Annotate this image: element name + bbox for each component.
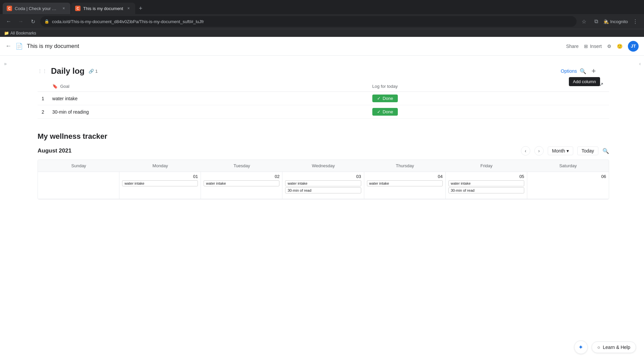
main-layout: » ⋮⋮ Daily log 🔗 1 Options 🔍 + Add colum…	[0, 56, 644, 362]
cell-tag: water intake	[448, 180, 524, 186]
calendar-cell[interactable]: 03water intake30-min of read	[282, 172, 364, 199]
insert-button[interactable]: ⊞ Insert	[584, 44, 602, 49]
calendar-day-label: Wednesday	[282, 160, 364, 172]
forward-button[interactable]: →	[16, 17, 25, 26]
calendar-next-button[interactable]: ›	[534, 146, 544, 156]
add-column-area: + Add column ↗	[589, 66, 609, 76]
content-area: ⋮⋮ Daily log 🔗 1 Options 🔍 + Add column …	[11, 56, 636, 362]
table-search-button[interactable]: 🔍	[580, 68, 586, 74]
insert-label: Insert	[590, 44, 602, 49]
link-icon: 🔗	[89, 69, 94, 74]
right-panel-toggle-button[interactable]: ‹	[636, 56, 644, 362]
cell-tag: water intake	[285, 180, 361, 186]
daily-log-title: Daily log	[51, 66, 85, 76]
calendar-cell[interactable]: 06	[527, 172, 609, 199]
bookmark-star-icon[interactable]: ☆	[579, 17, 589, 26]
calendar-cell[interactable]: 02water intake	[201, 172, 282, 199]
link-badge[interactable]: 🔗 1	[89, 69, 98, 74]
link-count: 1	[95, 69, 98, 74]
calendar-today-button[interactable]: Today	[577, 146, 598, 155]
section-actions: Options 🔍 + Add column ↗	[561, 66, 609, 76]
tab2-close-icon[interactable]: ×	[126, 6, 131, 11]
goal-column-header: 🔖 Goal	[48, 81, 368, 92]
nav-bar: ← → ↻ 🔒 coda.io/d/This-is-my-document_d8…	[0, 14, 644, 29]
table-row: 1 water intake ✓ Done	[38, 92, 609, 105]
learn-help-button[interactable]: ○ Learn & Help	[592, 342, 636, 353]
doc-file-icon: 📄	[15, 43, 23, 50]
calendar-month-label: August 2021	[38, 147, 517, 154]
app-back-button[interactable]: ←	[5, 43, 11, 50]
new-tab-button[interactable]: +	[136, 4, 145, 13]
calendar-cell[interactable]: 04water intake	[364, 172, 446, 199]
done-badge[interactable]: ✓ Done	[372, 108, 398, 116]
calendar-grid: SundayMondayTuesdayWednesdayThursdayFrid…	[38, 160, 609, 199]
goal-cell: 30-min of reading	[48, 105, 368, 119]
tab-1[interactable]: C Coda | Check your email to fi... ×	[3, 3, 70, 14]
sidebar-toggle-button[interactable]: »	[0, 56, 11, 362]
emoji-button[interactable]: 🙂	[617, 44, 623, 49]
checkmark-icon: ✓	[377, 96, 381, 101]
cell-date: 05	[448, 174, 524, 179]
lock-icon: 🔒	[44, 19, 49, 24]
menu-icon[interactable]: ⋮	[631, 17, 640, 26]
cell-date: 01	[122, 174, 198, 179]
log-cell[interactable]: ✓ Done	[368, 92, 609, 105]
user-avatar[interactable]: JT	[628, 41, 639, 52]
calendar-view-dropdown[interactable]: Month ▾	[548, 146, 573, 155]
incognito-icon: 🕵	[603, 19, 609, 24]
add-column-tooltip: Add column	[569, 77, 600, 86]
chevron-down-icon: ▾	[567, 148, 569, 154]
options-button[interactable]: Options	[561, 68, 577, 74]
cell-date: 04	[367, 174, 443, 179]
done-badge[interactable]: ✓ Done	[372, 95, 398, 102]
share-button[interactable]: Share	[566, 44, 579, 49]
wellness-tracker-section: My wellness tracker August 2021 ‹ › Mont…	[38, 132, 609, 199]
calendar-days-header: SundayMondayTuesdayWednesdayThursdayFrid…	[38, 160, 609, 172]
tab1-favicon: C	[7, 6, 12, 11]
log-cell[interactable]: ✓ Done	[368, 105, 609, 119]
calendar-day-label: Tuesday	[201, 160, 282, 172]
calendar-prev-button[interactable]: ‹	[521, 146, 530, 156]
calendar-row-1: 01water intake02water intake03water inta…	[38, 172, 609, 199]
daily-log-header: ⋮⋮ Daily log 🔗 1 Options 🔍 + Add column …	[38, 66, 609, 76]
insert-icon: ⊞	[584, 44, 588, 49]
incognito-label: Incognito	[610, 19, 628, 24]
address-bar[interactable]: 🔒 coda.io/d/This-is-my-document_d84lv0Zi…	[40, 16, 577, 27]
calendar-search-button[interactable]: 🔍	[602, 148, 609, 154]
ai-assistant-button[interactable]: ✦	[574, 341, 588, 354]
drag-handle-icon[interactable]: ⋮⋮	[38, 68, 47, 74]
calendar-cell[interactable]: 05water intake30-min of read	[446, 172, 527, 199]
incognito-badge: 🕵 Incognito	[603, 19, 628, 24]
nav-actions: ☆ ⧉ 🕵 Incognito ⋮	[579, 17, 640, 26]
help-circle-icon: ○	[597, 345, 600, 350]
table-row: 2 30-min of reading ✓ Done	[38, 105, 609, 119]
tab2-label: This is my document	[83, 6, 123, 11]
sparkle-icon: ✦	[578, 344, 583, 351]
cell-tag: water intake	[122, 180, 198, 186]
calendar-cell[interactable]	[38, 172, 119, 199]
tab1-close-icon[interactable]: ×	[61, 6, 66, 11]
bookmarks-bar: 📁 All Bookmarks	[0, 29, 644, 37]
cell-tag: 30-min of read	[285, 187, 361, 193]
add-column-button[interactable]: +	[589, 66, 598, 76]
share-label: Share	[566, 44, 579, 49]
back-button[interactable]: ←	[4, 17, 13, 26]
calendar-cell[interactable]: 01water intake	[119, 172, 201, 199]
bottom-right-ui: ✦ ○ Learn & Help	[574, 341, 636, 354]
all-bookmarks-item[interactable]: 📁 All Bookmarks	[4, 31, 36, 36]
daily-log-section: ⋮⋮ Daily log 🔗 1 Options 🔍 + Add column …	[38, 66, 609, 119]
cell-tag: 30-min of read	[448, 187, 524, 193]
help-label: Learn & Help	[603, 345, 630, 350]
row-number: 2	[38, 105, 48, 119]
month-view-label: Month	[552, 148, 565, 154]
bookmarks-label: All Bookmarks	[10, 31, 36, 36]
settings-button[interactable]: ⚙	[607, 44, 611, 49]
refresh-button[interactable]: ↻	[28, 17, 38, 26]
checkmark-icon: ✓	[377, 109, 381, 114]
tab-2[interactable]: C This is my document ×	[71, 3, 135, 14]
goal-cell: water intake	[48, 92, 368, 105]
calendar-day-label: Sunday	[38, 160, 119, 172]
split-screen-icon[interactable]: ⧉	[591, 17, 601, 26]
daily-log-table: 🔖 Goal Log for today 1 water intake ✓ Do…	[38, 81, 609, 119]
cell-date: 02	[204, 174, 279, 179]
